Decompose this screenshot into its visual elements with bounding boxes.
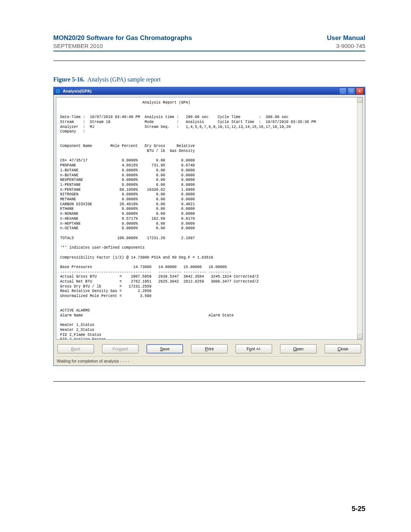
section-rule-bottom xyxy=(53,381,365,382)
window-title: Analysis(GPA) xyxy=(63,89,92,93)
maximize-button[interactable]: □ xyxy=(347,88,355,94)
back-button[interactable]: Back xyxy=(57,344,94,353)
status-bar: Waiting for completion of analysis - - -… xyxy=(54,357,365,366)
close-button[interactable]: Close xyxy=(325,344,361,353)
close-window-button[interactable]: × xyxy=(356,88,363,94)
header-docnum: 3-9000-745 xyxy=(336,43,365,49)
figure-label: Figure 5-16. xyxy=(53,76,84,83)
report-text: Analysis Report (GPA) Date-Time : 10/07/… xyxy=(56,97,362,340)
print-button[interactable]: Print xyxy=(191,344,228,353)
font-button[interactable]: Font +/- xyxy=(236,344,272,353)
header-title-right: User Manual xyxy=(327,34,365,42)
open-button[interactable]: Open xyxy=(280,344,317,353)
scroll-up-icon[interactable]: ˄ xyxy=(357,97,362,103)
app-icon xyxy=(55,88,61,94)
minimize-button[interactable]: _ xyxy=(339,88,347,94)
report-viewer: Analysis Report (GPA) Date-Time : 10/07/… xyxy=(56,97,363,340)
titlebar[interactable]: Analysis(GPA) _ □ × xyxy=(54,87,365,95)
section-rule-top xyxy=(53,61,365,61)
button-row: Back Forward Save Print Font +/- Open Cl… xyxy=(54,342,365,356)
scroll-down-icon[interactable]: ˅ xyxy=(357,334,362,339)
header-rule xyxy=(53,51,365,51)
figure-text: Analysis (GPA) sample report xyxy=(87,76,161,83)
page-number: 5-25 xyxy=(352,505,365,513)
header-title-left: MON20/20 Software for Gas Chromatographs xyxy=(53,34,192,42)
vertical-scrollbar[interactable]: ˄ ˅ xyxy=(357,97,362,339)
forward-button[interactable]: Forward xyxy=(102,344,139,353)
figure-caption: Figure 5-16. Analysis (GPA) sample repor… xyxy=(53,76,365,83)
save-button[interactable]: Save xyxy=(147,344,183,353)
analysis-window: Analysis(GPA) _ □ × Analysis Report (GPA… xyxy=(53,87,365,366)
header-date: SEPTEMBER 2010 xyxy=(53,43,103,49)
